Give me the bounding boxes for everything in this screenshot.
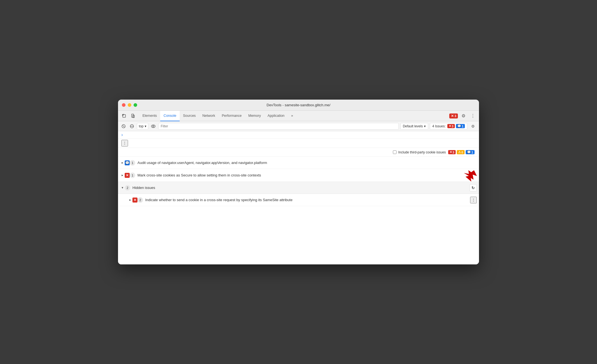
filter-input-wrapper[interactable] — [158, 123, 399, 130]
title-bar: DevTools - samesite-sandbox.glitch.me/ — [118, 100, 479, 111]
error-count-badge[interactable]: ✕ 3 — [449, 113, 458, 118]
expand-hidden-issues[interactable]: ▼ — [120, 186, 125, 190]
inspect-element-button[interactable] — [120, 112, 128, 120]
tab-performance[interactable]: Performance — [219, 111, 245, 121]
levels-selector[interactable]: Default levels ▾ — [400, 123, 428, 130]
red-arrow-annotation — [463, 169, 477, 181]
settings-button[interactable]: ⚙ — [460, 112, 467, 120]
issue-row-1[interactable]: ► 💬 1 Audit usage of navigator.userAgent… — [118, 157, 479, 169]
hidden-issues-group[interactable]: ▼ 2 Hidden issues ↻ — [118, 182, 479, 194]
expand-issue-3[interactable]: ► — [128, 198, 132, 202]
issue-menu-button[interactable]: ⋮ — [121, 140, 128, 146]
issue-count-1: 1 — [130, 160, 135, 166]
expand-issue-1[interactable]: ► — [120, 161, 125, 165]
minimize-button[interactable] — [128, 103, 131, 107]
issue-row-2[interactable]: ► ✕ 1 Mark cross-site cookies as Secure … — [118, 169, 479, 182]
mini-badges: ✕ 3 ⚠ 0 💬 1 — [448, 150, 475, 154]
context-selector[interactable]: top ▾ — [137, 123, 148, 130]
issue-row-3[interactable]: ► ✕ 2 Indicate whether to send a cookie … — [118, 194, 479, 206]
tabs-right-actions: ✕ 3 ⚙ ⋮ — [449, 112, 477, 120]
issue-text-3: Indicate whether to send a cookie in a c… — [143, 198, 470, 202]
hidden-issues-count: 2 — [125, 185, 130, 191]
reload-button[interactable]: ↻ — [470, 184, 477, 191]
block-requests-button[interactable] — [129, 123, 135, 130]
tab-console[interactable]: Console — [160, 111, 180, 121]
third-party-row: Include third-party cookie issues ✕ 3 ⚠ … — [118, 148, 479, 157]
eye-button[interactable] — [150, 123, 157, 130]
tab-elements[interactable]: Elements — [139, 111, 160, 121]
svg-point-8 — [152, 125, 154, 127]
svg-point-7 — [151, 125, 155, 128]
device-toolbar-button[interactable] — [129, 112, 137, 120]
issue-3-menu-button[interactable]: ⋮ — [470, 197, 477, 203]
issue-text-1: Audit usage of navigator.userAgent, navi… — [135, 161, 477, 165]
clear-console-button[interactable] — [120, 123, 127, 130]
tab-icon-group — [120, 112, 137, 120]
console-toolbar: top ▾ Default levels ▾ 4 Issues: ✕ 3 💬 1 — [118, 121, 479, 131]
svg-line-4 — [123, 125, 124, 127]
console-caret-row: › — [118, 131, 479, 139]
devtools-tab-bar: Elements Console Sources Network Perform… — [118, 111, 479, 121]
tab-more[interactable]: » — [288, 111, 297, 121]
mini-badge-blue: 💬 1 — [466, 150, 475, 154]
issues-badge-group[interactable]: 4 Issues: ✕ 3 💬 1 — [430, 123, 467, 130]
svg-marker-9 — [464, 170, 477, 181]
issues-error-badge: ✕ 3 — [447, 124, 455, 128]
more-options-button[interactable]: ⋮ — [469, 112, 477, 120]
expand-issue-2[interactable]: ► — [120, 173, 125, 178]
hidden-issues-actions: ↻ — [470, 184, 477, 191]
tab-memory[interactable]: Memory — [245, 111, 264, 121]
console-settings-button[interactable]: ⚙ — [469, 122, 477, 130]
filter-input[interactable] — [161, 124, 396, 128]
tab-sources[interactable]: Sources — [180, 111, 199, 121]
issue-icon-1: 💬 — [125, 160, 130, 165]
issues-info-badge: 💬 1 — [456, 124, 465, 128]
window-title: DevTools - samesite-sandbox.glitch.me/ — [267, 103, 330, 107]
tabs-list: Elements Console Sources Network Perform… — [139, 111, 449, 121]
tab-application[interactable]: Application — [264, 111, 288, 121]
issue-icon-3: ✕ — [132, 198, 137, 203]
issue-count-2: 1 — [130, 173, 135, 178]
dots-menu-row: ⋮ — [118, 139, 479, 148]
close-button[interactable] — [122, 103, 126, 107]
traffic-lights — [122, 103, 137, 107]
devtools-window: DevTools - samesite-sandbox.glitch.me/ E… — [118, 100, 479, 264]
issue-text-2: Mark cross-site cookies as Secure to all… — [135, 173, 460, 177]
issue-count-3: 2 — [137, 197, 143, 203]
hidden-issues-label: Hidden issues — [130, 186, 470, 190]
tab-network[interactable]: Network — [199, 111, 219, 121]
issue-3-actions: ⋮ — [470, 197, 477, 203]
mini-badge-red: ✕ 3 — [448, 150, 456, 154]
mini-badge-yellow: ⚠ 0 — [457, 150, 465, 154]
console-content: › ⋮ Include third-party cookie issues ✕ … — [118, 131, 479, 264]
third-party-checkbox-label[interactable]: Include third-party cookie issues — [393, 150, 446, 154]
issue-icon-2: ✕ — [125, 173, 130, 178]
maximize-button[interactable] — [134, 103, 137, 107]
third-party-checkbox[interactable] — [393, 150, 397, 154]
